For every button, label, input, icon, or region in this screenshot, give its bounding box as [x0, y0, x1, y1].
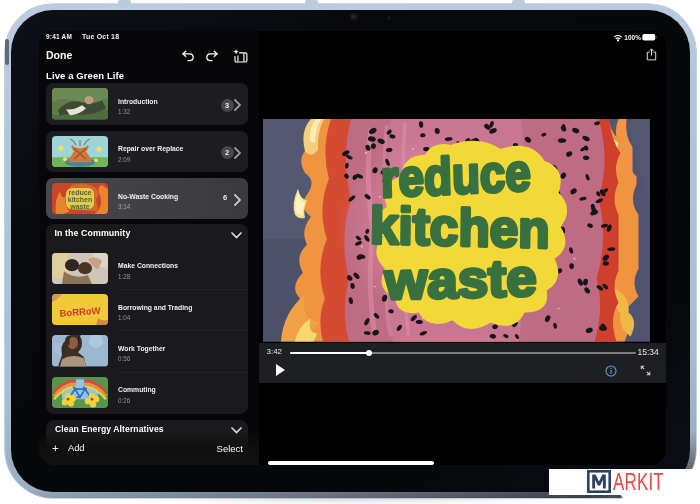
svg-text:reduce: reduce	[68, 189, 91, 196]
svg-text:waste: waste	[69, 203, 90, 210]
svg-text:waste: waste	[383, 249, 537, 311]
svg-text:kitchen: kitchen	[67, 196, 91, 203]
